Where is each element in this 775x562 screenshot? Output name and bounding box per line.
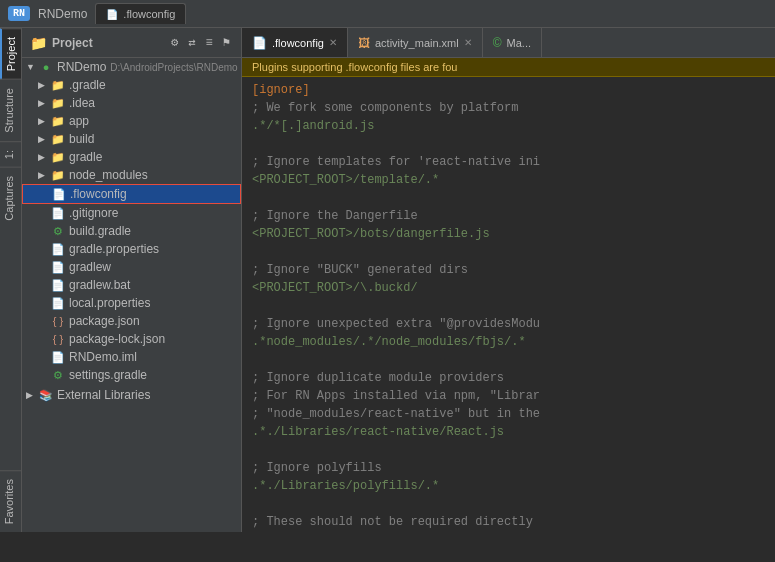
arrow-app: ▶	[38, 116, 50, 126]
left-panel-tabs: Project Structure 1: Captures Favorites	[0, 28, 22, 532]
arrow-node-modules: ▶	[38, 170, 50, 180]
tab-label-activitymain: activity_main.xml	[375, 37, 459, 49]
tree-item-gradlewbat[interactable]: 📄 gradlew.bat	[22, 276, 241, 294]
file-icon-gradleprops: 📄	[50, 242, 66, 256]
editor-content: Plugins supporting .flowconfig files are…	[242, 58, 775, 532]
file-icon-gitignore: 📄	[50, 206, 66, 220]
title-tab-label: .flowconfig	[123, 8, 175, 20]
tree-item-node-modules[interactable]: ▶ 📁 node_modules	[22, 166, 241, 184]
folder-icon-gradle2: 📁	[50, 150, 66, 164]
item-label-buildgradle: build.gradle	[69, 224, 131, 238]
item-label-flowconfig: .flowconfig	[70, 187, 127, 201]
file-icon-buildgradle: ⚙	[50, 224, 66, 238]
tree-item-packagelockjson[interactable]: { } package-lock.json	[22, 330, 241, 348]
left-tab-structure[interactable]: Structure	[0, 79, 21, 141]
warning-banner: Plugins supporting .flowconfig files are…	[242, 58, 775, 77]
tree-item-build[interactable]: ▶ 📁 build	[22, 130, 241, 148]
file-icon-settingsgradle: ⚙	[50, 368, 66, 382]
item-label-gradlew: gradlew	[69, 260, 111, 274]
tree-item-external-libs[interactable]: ▶ 📚 External Libraries	[22, 386, 241, 404]
arrow-build: ▶	[38, 134, 50, 144]
tree-item-flowconfig[interactable]: 📄 .flowconfig	[22, 184, 241, 204]
item-label-rndemoiml: RNDemo.iml	[69, 350, 137, 364]
folder-icon-external-libs: 📚	[38, 388, 54, 402]
tree-view[interactable]: ▼ ● RNDemo D:\AndroidProjects\RNDemo ▶ 📁…	[22, 58, 241, 532]
item-label-gradlewbat: gradlew.bat	[69, 278, 130, 292]
title-bar: RN RNDemo 📄 .flowconfig	[0, 0, 775, 28]
file-icon-packagelockjson: { }	[50, 332, 66, 346]
file-icon-gradlew: 📄	[50, 260, 66, 274]
tree-item-gradleprops[interactable]: 📄 gradle.properties	[22, 240, 241, 258]
title-tab-icon: 📄	[106, 9, 118, 20]
tree-item-gradle[interactable]: ▶ 📁 .gradle	[22, 76, 241, 94]
panel-actions: ⚙ ⇄ ≡ ⚑	[168, 34, 233, 51]
folder-icon-app: 📁	[50, 114, 66, 128]
panel-action-sync[interactable]: ⇄	[185, 34, 198, 51]
left-tab-1[interactable]: 1:	[0, 141, 21, 167]
tree-item-buildgradle[interactable]: ⚙ build.gradle	[22, 222, 241, 240]
tree-item-gradle2[interactable]: ▶ 📁 gradle	[22, 148, 241, 166]
warning-text: Plugins supporting .flowconfig files are…	[252, 61, 457, 73]
item-label-packagelockjson: package-lock.json	[69, 332, 165, 346]
panel-action-pin[interactable]: ⚑	[220, 34, 233, 51]
tab-icon-ma: ©	[493, 36, 502, 50]
panel-action-gear[interactable]: ⚙	[168, 34, 181, 51]
root-name: RNDemo	[57, 60, 106, 74]
panel-action-menu[interactable]: ≡	[203, 35, 216, 51]
folder-icon-gradle: 📁	[50, 78, 66, 92]
tab-icon-flowconfig: 📄	[252, 36, 267, 50]
tree-arrow-root: ▼	[26, 62, 38, 72]
left-tab-project[interactable]: Project	[0, 28, 21, 79]
project-panel: 📁 Project ⚙ ⇄ ≡ ⚑ ▼ ● RNDemo D:\AndroidP…	[22, 28, 242, 532]
item-label-gitignore: .gitignore	[69, 206, 118, 220]
root-icon: ●	[38, 60, 54, 74]
folder-icon-node-modules: 📁	[50, 168, 66, 182]
item-label-gradle: .gradle	[69, 78, 106, 92]
panel-title: 📁 Project	[30, 35, 93, 51]
file-icon-flowconfig: 📄	[51, 187, 67, 201]
left-tab-captures[interactable]: Captures	[0, 167, 21, 229]
editor-area: 📄 .flowconfig ✕ 🖼 activity_main.xml ✕ © …	[242, 28, 775, 532]
code-area[interactable]: [ignore] ; We fork some components by pl…	[242, 77, 775, 532]
tree-item-gitignore[interactable]: 📄 .gitignore	[22, 204, 241, 222]
editor-tab-ma[interactable]: © Ma...	[483, 28, 542, 57]
item-label-gradleprops: gradle.properties	[69, 242, 159, 256]
tree-item-gradlew[interactable]: 📄 gradlew	[22, 258, 241, 276]
item-label-build: build	[69, 132, 94, 146]
file-icon-gradlewbat: 📄	[50, 278, 66, 292]
tree-item-app[interactable]: ▶ 📁 app	[22, 112, 241, 130]
editor-tab-activitymain[interactable]: 🖼 activity_main.xml ✕	[348, 28, 483, 57]
editor-tabs: 📄 .flowconfig ✕ 🖼 activity_main.xml ✕ © …	[242, 28, 775, 58]
folder-icon-idea: 📁	[50, 96, 66, 110]
item-label-external-libs: External Libraries	[57, 388, 150, 402]
item-label-packagejson: package.json	[69, 314, 140, 328]
item-label-idea: .idea	[69, 96, 95, 110]
left-tab-favorites[interactable]: Favorites	[0, 470, 21, 532]
panel-title-label: Project	[52, 36, 93, 50]
tree-root[interactable]: ▼ ● RNDemo D:\AndroidProjects\RNDemo	[22, 58, 241, 76]
file-icon-rndemoiml: 📄	[50, 350, 66, 364]
folder-icon-build: 📁	[50, 132, 66, 146]
tree-item-settingsgradle[interactable]: ⚙ settings.gradle	[22, 366, 241, 384]
tree-item-packagejson[interactable]: { } package.json	[22, 312, 241, 330]
arrow-idea: ▶	[38, 98, 50, 108]
tab-label-flowconfig: .flowconfig	[272, 37, 324, 49]
item-label-gradle2: gradle	[69, 150, 102, 164]
item-label-localprops: local.properties	[69, 296, 150, 310]
item-label-app: app	[69, 114, 89, 128]
editor-tab-flowconfig[interactable]: 📄 .flowconfig ✕	[242, 28, 348, 57]
tree-item-idea[interactable]: ▶ 📁 .idea	[22, 94, 241, 112]
panel-header: 📁 Project ⚙ ⇄ ≡ ⚑	[22, 28, 241, 58]
tree-item-localprops[interactable]: 📄 local.properties	[22, 294, 241, 312]
app-title: RNDemo	[38, 7, 87, 21]
tree-item-rndemoiml[interactable]: 📄 RNDemo.iml	[22, 348, 241, 366]
tab-close-activitymain[interactable]: ✕	[464, 37, 472, 48]
root-path: D:\AndroidProjects\RNDemo	[110, 62, 237, 73]
title-tab[interactable]: 📄 .flowconfig	[95, 3, 186, 24]
tab-icon-activitymain: 🖼	[358, 36, 370, 50]
file-icon-localprops: 📄	[50, 296, 66, 310]
tab-close-flowconfig[interactable]: ✕	[329, 37, 337, 48]
tab-label-ma: Ma...	[507, 37, 531, 49]
item-label-node-modules: node_modules	[69, 168, 148, 182]
arrow-gradle: ▶	[38, 80, 50, 90]
